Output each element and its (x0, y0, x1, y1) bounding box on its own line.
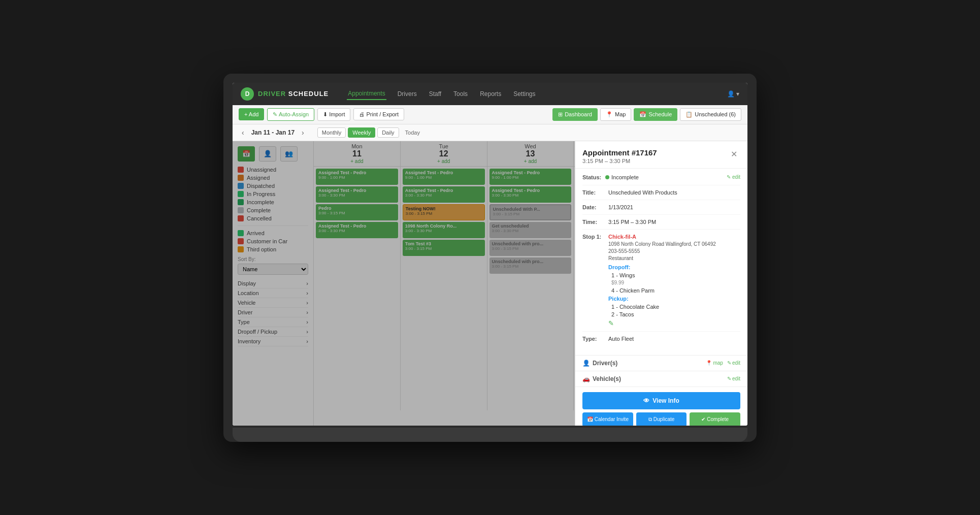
modal-close-button[interactable]: ✕ (728, 148, 740, 160)
next-week-button[interactable]: › (299, 127, 307, 138)
stop-row: Stop 1: Chick-fil-A 1098 North Colony Ro… (582, 234, 740, 332)
drivers-section: 👤 Driver(s) 📍 map ✎ edit (575, 355, 747, 371)
modal-header: Appointment #17167 3:15 PM – 3:30 PM ✕ (575, 141, 747, 169)
appointment-modal: Appointment #17167 3:15 PM – 3:30 PM ✕ S… (575, 141, 747, 426)
view-toggle: Monthly Weekly Daily (317, 127, 399, 138)
time-label: Time: (582, 219, 605, 225)
pickup-item-1: 1 - Chocolate Cake (608, 304, 716, 310)
nav-tools[interactable]: Tools (452, 88, 469, 100)
vehicles-label: 🚗 Vehicle(s) (582, 375, 621, 382)
logo-icon: D (241, 87, 254, 101)
date-range-label: Jan 11 - Jan 17 (251, 129, 295, 136)
main-content: 📅 👤 👥 Unassigned Assigned Di (233, 141, 747, 426)
date-label: Date: (582, 204, 605, 210)
laptop-base (233, 428, 747, 442)
driver-person-icon: 👤 (582, 360, 590, 367)
dashboard-button[interactable]: ⊞ Dashboard (552, 108, 598, 121)
stop-details: Chick-fil-A 1098 North Colony Road Walli… (608, 234, 716, 327)
type-row: Type: Auto Fleet (582, 336, 740, 346)
stop-address: 1098 North Colony Road Wallingford, CT 0… (608, 241, 716, 262)
daily-view-button[interactable]: Daily (377, 127, 399, 138)
status-edit-link[interactable]: ✎ edit (727, 174, 740, 180)
nav-reports[interactable]: Reports (479, 88, 502, 100)
status-row: Status: Incomplete ✎ edit (582, 174, 740, 185)
stop-edit-pencil[interactable]: ✎ (608, 319, 716, 327)
type-label: Type: (582, 336, 605, 342)
title-row: Title: Unscheduled With Products (582, 189, 740, 200)
dropoff-price-1: $9.99 (608, 280, 716, 285)
nav-appointments[interactable]: Appointments (347, 88, 386, 100)
nav-settings[interactable]: Settings (512, 88, 536, 100)
stop-name: Chick-fil-A (608, 234, 716, 240)
date-row: Date: 1/13/2021 (582, 204, 740, 215)
driver-map-link[interactable]: 📍 map (706, 360, 723, 366)
nav-staff[interactable]: Staff (428, 88, 442, 100)
top-navigation: D DRIVER SCHEDULE Appointments Drivers S… (233, 83, 747, 105)
screen: D DRIVER SCHEDULE Appointments Drivers S… (233, 83, 747, 426)
logo: D DRIVER SCHEDULE (241, 87, 329, 101)
vehicle-car-icon: 🚗 (582, 375, 590, 382)
nav-user[interactable]: 👤 ▾ (727, 90, 739, 98)
calendar-invite-button[interactable]: 📅 Calendar Invite (582, 412, 633, 426)
weekly-view-button[interactable]: Weekly (348, 127, 375, 138)
map-button[interactable]: 📍 Map (600, 108, 631, 121)
title-value: Unscheduled With Products (608, 189, 677, 196)
today-label: Today (405, 130, 420, 136)
stop-label: Stop 1: (582, 234, 605, 327)
modal-footer: 👁 View Info 📅 Calendar Invite ⧉ Duplicat… (575, 387, 747, 426)
status-value: Incomplete (611, 174, 639, 180)
calendar-icon: 📅 (587, 416, 593, 422)
status-label: Status: (582, 174, 605, 180)
time-value: 3:15 PM – 3:30 PM (608, 219, 656, 225)
status-dot (605, 174, 611, 181)
drivers-label: 👤 Driver(s) (582, 360, 617, 367)
import-button[interactable]: ⬇ Import (317, 108, 350, 121)
dropoff-item-2: 4 - Chicken Parm (608, 287, 716, 294)
print-button[interactable]: 🖨 Print / Export (353, 108, 404, 120)
driver-actions: 📍 map ✎ edit (706, 360, 740, 366)
modal-body: Status: Incomplete ✎ edit Title: Unsched… (575, 169, 747, 355)
check-icon: ✔ (701, 416, 705, 422)
date-navigation: ‹ Jan 11 - Jan 17 › Monthly Weekly Daily… (233, 124, 747, 141)
add-button[interactable]: + Add (239, 108, 264, 120)
nav-drivers[interactable]: Drivers (397, 88, 418, 100)
pickup-label: Pickup: (608, 296, 716, 302)
appointment-time-header: 3:15 PM – 3:30 PM (582, 158, 657, 164)
auto-assign-button[interactable]: ✎ Auto-Assign (267, 108, 314, 121)
action-buttons-row: 📅 Calendar Invite ⧉ Duplicate ✔ Complete (582, 412, 740, 426)
driver-edit-link[interactable]: ✎ edit (727, 360, 740, 366)
duplicate-icon: ⧉ (648, 416, 652, 423)
view-info-button[interactable]: 👁 View Info (582, 392, 740, 409)
toolbar: + Add ✎ Auto-Assign ⬇ Import 🖨 Print / E… (233, 105, 747, 124)
laptop-frame: D DRIVER SCHEDULE Appointments Drivers S… (223, 74, 757, 442)
modal-overlay: Appointment #17167 3:15 PM – 3:30 PM ✕ S… (233, 141, 747, 426)
modal-title-group: Appointment #17167 3:15 PM – 3:30 PM (582, 148, 657, 164)
prev-week-button[interactable]: ‹ (239, 127, 247, 138)
appointment-title: Appointment #17167 (582, 148, 657, 157)
vehicle-edit-link[interactable]: ✎ edit (727, 376, 740, 381)
logo-text: DRIVER SCHEDULE (258, 90, 329, 98)
type-value: Auto Fleet (608, 336, 634, 342)
pickup-item-2: 2 - Tacos (608, 311, 716, 317)
date-value: 1/13/2021 (608, 204, 633, 210)
dropoff-item-1: 1 - Wings (608, 272, 716, 278)
schedule-button[interactable]: 📅 Schedule (634, 108, 677, 121)
vehicle-actions: ✎ edit (727, 376, 740, 381)
unscheduled-button[interactable]: 📋 Unscheduled (6) (680, 108, 741, 121)
eye-icon: 👁 (643, 397, 649, 404)
complete-button[interactable]: ✔ Complete (690, 412, 740, 426)
vehicles-section: 🚗 Vehicle(s) ✎ edit (575, 371, 747, 387)
duplicate-button[interactable]: ⧉ Duplicate (636, 412, 687, 426)
time-row: Time: 3:15 PM – 3:30 PM (582, 219, 740, 230)
dropoff-label: Dropoff: (608, 264, 716, 270)
monthly-view-button[interactable]: Monthly (317, 127, 346, 138)
title-label: Title: (582, 189, 605, 196)
